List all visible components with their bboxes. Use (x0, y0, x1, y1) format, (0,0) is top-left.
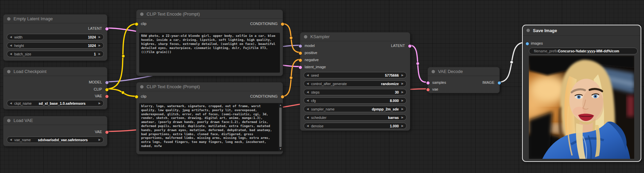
stepper-right-icon[interactable]: ▶ (402, 74, 404, 77)
node-title-bar[interactable]: Load VAE (3, 116, 107, 125)
stepper-right-icon[interactable]: ▶ (402, 108, 404, 110)
node-empty-latent-image[interactable]: Empty Latent Image LATENT ◀ width 1024 ▶… (3, 14, 107, 61)
input-port-clip[interactable] (135, 95, 138, 99)
prompt-scrollbar[interactable]: ▲ ▼ (279, 103, 282, 151)
stepper-right-icon[interactable]: ▶ (402, 91, 404, 94)
stepper-left-icon[interactable]: ◀ (307, 125, 309, 127)
input-port-latent-image[interactable] (299, 66, 302, 69)
input-port-clip[interactable] (135, 22, 138, 26)
stepper-left-icon[interactable]: ◀ (307, 91, 309, 94)
control-after-generate-widget[interactable]: ◀ control_after_generate randomize ▶ (304, 80, 407, 87)
sampler-name-widget[interactable]: ◀ sampler_name dpmpp_2m_sde ▶ (304, 106, 407, 112)
output-port-vae[interactable] (105, 130, 109, 134)
node-title-bar[interactable]: Load Checkpoint (3, 67, 107, 76)
widget-label: height (14, 44, 24, 48)
vae-name-widget[interactable]: ◀ vae_name sdxlvae\sdxl_vae.safetensors … (7, 137, 104, 143)
stepper-right-icon[interactable]: ▶ (99, 139, 101, 141)
stepper-right-icon[interactable]: ▶ (99, 53, 101, 55)
widget-value: 8.000 (390, 99, 399, 103)
node-title-bar[interactable]: Empty Latent Image (3, 15, 107, 23)
node-save-image[interactable]: Save Image images filename_prefix Concur… (522, 25, 641, 162)
stepper-left-icon[interactable]: ◀ (307, 82, 309, 85)
stepper-right-icon[interactable]: ▶ (99, 36, 101, 39)
output-label-image: IMAGE (483, 80, 494, 84)
node-load-vae[interactable]: Load VAE VAE ◀ vae_name sdxlvae\sdxl_vae… (3, 116, 107, 146)
node-title: CLIP Text Encode (Prompt) (147, 11, 200, 17)
stepper-left-icon[interactable]: ◀ (10, 139, 12, 141)
collapse-dot-icon[interactable] (7, 17, 10, 21)
node-title-bar[interactable]: Save Image (523, 25, 641, 36)
collapse-dot-icon[interactable] (526, 29, 530, 32)
negative-prompt-textarea[interactable]: blurry, logo, watermark, signature, crop… (139, 103, 283, 151)
scroll-up-icon[interactable]: ▲ (280, 103, 281, 107)
output-port-conditioning[interactable] (281, 95, 284, 99)
node-vae-decode[interactable]: VAE Decode samples vae IMAGE (428, 67, 500, 93)
output-port-clip[interactable] (105, 88, 109, 92)
collapse-dot-icon[interactable] (7, 70, 10, 73)
stepper-left-icon[interactable]: ◀ (307, 74, 309, 77)
scroll-down-icon[interactable]: ▼ (280, 147, 281, 151)
stepper-left-icon[interactable]: ◀ (307, 108, 309, 110)
stepper-left-icon[interactable]: ◀ (307, 99, 309, 102)
input-port-positive[interactable] (299, 51, 302, 55)
node-ksampler[interactable]: KSampler model positive negative latent_… (300, 32, 410, 131)
collapse-dot-icon[interactable] (432, 70, 435, 73)
input-label-positive: positive (305, 51, 317, 55)
wire-dot (289, 76, 292, 79)
scrollbar-thumb[interactable] (279, 107, 282, 147)
output-port-model[interactable] (105, 81, 109, 84)
stepper-right-icon[interactable]: ▶ (99, 44, 101, 47)
stepper-left-icon[interactable]: ◀ (10, 53, 12, 55)
node-load-checkpoint[interactable]: Load Checkpoint MODEL CLIP VAE ◀ ckpt_na… (3, 67, 107, 109)
wire-dot (289, 36, 292, 39)
steps-widget[interactable]: ◀ steps 30 ▶ (304, 89, 407, 95)
input-port-negative[interactable] (299, 58, 302, 62)
output-port-image[interactable] (497, 81, 501, 85)
stepper-right-icon[interactable]: ▶ (99, 102, 101, 105)
stepper-left-icon[interactable]: ◀ (307, 116, 309, 119)
node-title-bar[interactable]: KSampler (300, 32, 410, 41)
node-title-bar[interactable]: VAE Decode (428, 67, 499, 76)
stepper-right-icon[interactable]: ▶ (402, 125, 404, 127)
collapse-dot-icon[interactable] (7, 119, 10, 122)
cfg-widget[interactable]: ◀ cfg 8.000 ▶ (304, 97, 407, 104)
width-widget[interactable]: ◀ width 1024 ▶ (7, 34, 104, 40)
stepper-left-icon[interactable]: ◀ (10, 36, 12, 39)
stepper-left-icon[interactable]: ◀ (10, 44, 12, 47)
node-title-bar[interactable]: CLIP Text Encode (Prompt) (136, 10, 283, 19)
height-widget[interactable]: ◀ height 1024 ▶ (7, 42, 104, 49)
input-port-images[interactable] (525, 42, 529, 46)
widget-label: batch_size (14, 52, 31, 56)
output-port-latent[interactable] (408, 44, 412, 48)
widget-value: sd_xl_base_1.0.safetensors (39, 101, 86, 105)
scheduler-widget[interactable]: ◀ scheduler karras ▶ (304, 114, 407, 121)
batch-size-widget[interactable]: ◀ batch_size 1 ▶ (7, 51, 104, 57)
collapse-dot-icon[interactable] (140, 13, 144, 16)
filename-prefix-widget[interactable]: filename_prefix Concurso-%date:yyyy-MM-d… (529, 48, 638, 54)
output-port-conditioning[interactable] (281, 22, 284, 26)
seed-widget[interactable]: ◀ seed 5775666 ▶ (304, 72, 407, 78)
collapse-dot-icon[interactable] (304, 35, 307, 39)
stepper-right-icon[interactable]: ▶ (402, 116, 404, 119)
node-title-bar[interactable]: CLIP Text Encode (Prompt) (136, 82, 283, 91)
input-port-samples[interactable] (426, 81, 430, 85)
input-port-model[interactable] (299, 44, 302, 48)
stepper-right-icon[interactable]: ▶ (402, 82, 404, 85)
widget-value: dpmpp_2m_sde (372, 107, 399, 111)
node-graph-canvas[interactable]: Empty Latent Image LATENT ◀ width 1024 ▶… (0, 0, 644, 173)
collapse-dot-icon[interactable] (140, 85, 144, 89)
ckpt-name-widget[interactable]: ◀ ckpt_name sd_xl_base_1.0.safetensors ▶ (7, 100, 104, 106)
input-port-vae[interactable] (426, 88, 430, 92)
positive-prompt-textarea[interactable]: RAW photo, a 22-year-old blonde girl, up… (139, 33, 280, 73)
output-port-vae[interactable] (105, 95, 109, 98)
negative-prompt-text: blurry, logo, watermark, signature, crop… (141, 104, 272, 148)
output-port-latent[interactable] (105, 27, 109, 31)
stepper-left-icon[interactable]: ◀ (10, 102, 12, 105)
wire-dot (416, 62, 419, 65)
node-clip-text-encode-negative[interactable]: CLIP Text Encode (Prompt) clip CONDITION… (136, 82, 283, 154)
input-label-samples: samples (432, 80, 446, 84)
node-clip-text-encode-positive[interactable]: CLIP Text Encode (Prompt) clip CONDITION… (136, 9, 283, 76)
denoise-widget[interactable]: ◀ denoise 1.000 ▶ (304, 123, 407, 129)
generated-image-preview (529, 56, 634, 159)
stepper-right-icon[interactable]: ▶ (402, 99, 404, 102)
